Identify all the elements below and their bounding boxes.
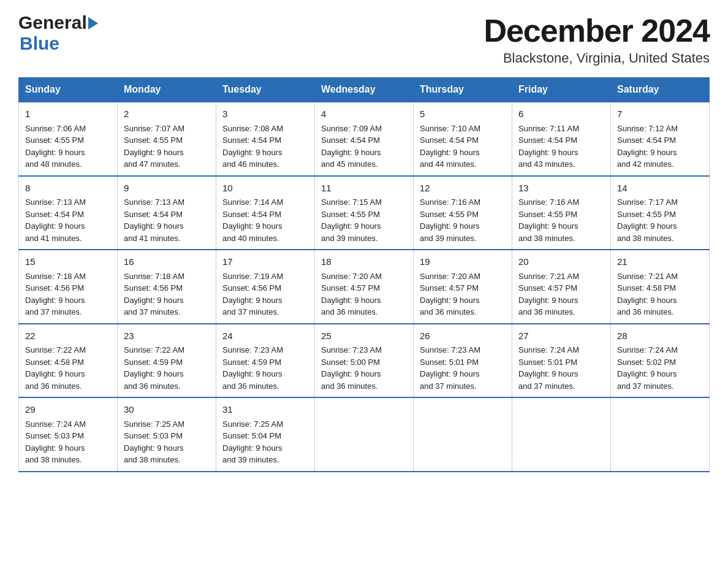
day-number: 28 (617, 329, 703, 343)
daylight-label: Daylight: 9 hours (222, 369, 282, 378)
day-cell: 25 Sunrise: 7:23 AM Sunset: 5:00 PM Dayl… (315, 324, 414, 398)
col-sunday: Sunday (19, 78, 118, 102)
day-cell: 5 Sunrise: 7:10 AM Sunset: 4:54 PM Dayli… (414, 102, 512, 176)
sunset-label: Sunset: 4:59 PM (124, 358, 183, 367)
daylight-value: and 38 minutes. (617, 234, 674, 243)
daylight-label: Daylight: 9 hours (222, 443, 282, 453)
day-cell: 14 Sunrise: 7:17 AM Sunset: 4:55 PM Dayl… (611, 176, 710, 250)
daylight-value: and 46 minutes. (222, 159, 279, 169)
day-number: 5 (420, 107, 506, 121)
day-cell: 26 Sunrise: 7:23 AM Sunset: 5:01 PM Dayl… (414, 324, 512, 398)
sunset-label: Sunset: 4:55 PM (420, 210, 479, 219)
daylight-value: and 36 minutes. (321, 381, 378, 391)
daylight-value: and 44 minutes. (420, 159, 477, 169)
daylight-value: and 37 minutes. (617, 381, 674, 391)
logo-blue-text: Blue (20, 33, 59, 54)
daylight-value: and 36 minutes. (420, 307, 477, 316)
daylight-value: and 37 minutes. (518, 381, 575, 391)
calendar-table: Sunday Monday Tuesday Wednesday Thursday… (18, 77, 710, 472)
daylight-value: and 38 minutes. (25, 455, 82, 464)
sunrise-label: Sunrise: 7:22 AM (124, 345, 184, 354)
day-number: 30 (124, 403, 210, 417)
sunset-label: Sunset: 4:57 PM (321, 283, 380, 293)
sunrise-label: Sunrise: 7:10 AM (420, 124, 480, 133)
sunset-label: Sunset: 4:58 PM (617, 283, 676, 293)
daylight-value: and 37 minutes. (222, 307, 279, 316)
daylight-value: and 39 minutes. (321, 234, 378, 243)
day-number: 25 (321, 329, 407, 343)
sunrise-label: Sunrise: 7:23 AM (321, 345, 382, 354)
day-cell: 11 Sunrise: 7:15 AM Sunset: 4:55 PM Dayl… (315, 176, 414, 250)
sunset-label: Sunset: 5:03 PM (25, 431, 84, 440)
daylight-value: and 45 minutes. (321, 159, 378, 169)
sunset-label: Sunset: 4:54 PM (518, 136, 577, 145)
sunrise-label: Sunrise: 7:23 AM (222, 345, 283, 354)
daylight-label: Daylight: 9 hours (124, 443, 184, 453)
daylight-label: Daylight: 9 hours (518, 148, 578, 157)
daylight-value: and 36 minutes. (518, 307, 575, 316)
day-cell: 3 Sunrise: 7:08 AM Sunset: 4:54 PM Dayli… (216, 102, 315, 176)
sunset-label: Sunset: 4:56 PM (222, 283, 281, 293)
daylight-value: and 42 minutes. (617, 159, 674, 169)
day-cell: 15 Sunrise: 7:18 AM Sunset: 4:56 PM Dayl… (19, 250, 118, 324)
sunset-label: Sunset: 5:01 PM (518, 358, 577, 367)
sunrise-label: Sunrise: 7:13 AM (25, 197, 86, 207)
day-number: 10 (222, 182, 308, 196)
day-number: 1 (25, 107, 111, 121)
day-cell (611, 397, 710, 472)
daylight-value: and 37 minutes. (420, 381, 477, 391)
day-number: 24 (222, 329, 308, 343)
day-cell: 29 Sunrise: 7:24 AM Sunset: 5:03 PM Dayl… (19, 397, 118, 472)
week-row-2: 8 Sunrise: 7:13 AM Sunset: 4:54 PM Dayli… (19, 176, 710, 250)
day-cell: 20 Sunrise: 7:21 AM Sunset: 4:57 PM Dayl… (512, 250, 611, 324)
col-tuesday: Tuesday (216, 78, 315, 102)
day-cell (315, 397, 414, 472)
daylight-label: Daylight: 9 hours (25, 296, 85, 305)
sunset-label: Sunset: 4:58 PM (25, 358, 84, 367)
daylight-label: Daylight: 9 hours (420, 369, 480, 378)
daylight-value: and 39 minutes. (222, 455, 279, 464)
day-cell: 18 Sunrise: 7:20 AM Sunset: 4:57 PM Dayl… (315, 250, 414, 324)
sunset-label: Sunset: 4:57 PM (518, 283, 577, 293)
sunrise-label: Sunrise: 7:15 AM (321, 197, 382, 207)
sunset-label: Sunset: 4:54 PM (321, 136, 380, 145)
day-cell: 21 Sunrise: 7:21 AM Sunset: 4:58 PM Dayl… (611, 250, 710, 324)
day-number: 2 (124, 107, 210, 121)
day-number: 17 (222, 255, 308, 269)
day-cell: 31 Sunrise: 7:25 AM Sunset: 5:04 PM Dayl… (216, 397, 315, 472)
sunrise-label: Sunrise: 7:09 AM (321, 124, 382, 133)
day-cell: 28 Sunrise: 7:24 AM Sunset: 5:02 PM Dayl… (611, 324, 710, 398)
daylight-label: Daylight: 9 hours (518, 296, 578, 305)
daylight-label: Daylight: 9 hours (124, 221, 184, 231)
sunrise-label: Sunrise: 7:14 AM (222, 197, 283, 207)
logo-chevron-icon (88, 17, 98, 29)
day-cell: 4 Sunrise: 7:09 AM Sunset: 4:54 PM Dayli… (315, 102, 414, 176)
day-cell: 16 Sunrise: 7:18 AM Sunset: 4:56 PM Dayl… (118, 250, 216, 324)
day-number: 6 (518, 107, 604, 121)
daylight-label: Daylight: 9 hours (25, 221, 85, 231)
sunrise-label: Sunrise: 7:18 AM (25, 272, 86, 281)
day-cell: 1 Sunrise: 7:06 AM Sunset: 4:55 PM Dayli… (19, 102, 118, 176)
daylight-label: Daylight: 9 hours (321, 296, 381, 305)
sunset-label: Sunset: 4:55 PM (124, 136, 183, 145)
col-friday: Friday (512, 78, 611, 102)
day-number: 27 (518, 329, 604, 343)
sunset-label: Sunset: 4:56 PM (124, 283, 183, 293)
daylight-value: and 36 minutes. (617, 307, 674, 316)
daylight-value: and 37 minutes. (25, 307, 82, 316)
sunset-label: Sunset: 4:55 PM (518, 210, 577, 219)
title-section: December 2024 Blackstone, Virginia, Unit… (483, 12, 710, 66)
daylight-label: Daylight: 9 hours (124, 148, 184, 157)
daylight-label: Daylight: 9 hours (222, 148, 282, 157)
sunrise-label: Sunrise: 7:17 AM (617, 197, 678, 207)
daylight-value: and 36 minutes. (25, 381, 82, 391)
day-number: 29 (25, 403, 111, 417)
day-number: 16 (124, 255, 210, 269)
daylight-label: Daylight: 9 hours (617, 221, 677, 231)
day-number: 4 (321, 107, 407, 121)
day-cell: 6 Sunrise: 7:11 AM Sunset: 4:54 PM Dayli… (512, 102, 611, 176)
sunrise-label: Sunrise: 7:20 AM (321, 272, 382, 281)
daylight-label: Daylight: 9 hours (617, 369, 677, 378)
daylight-value: and 41 minutes. (25, 234, 82, 243)
day-number: 11 (321, 182, 407, 196)
